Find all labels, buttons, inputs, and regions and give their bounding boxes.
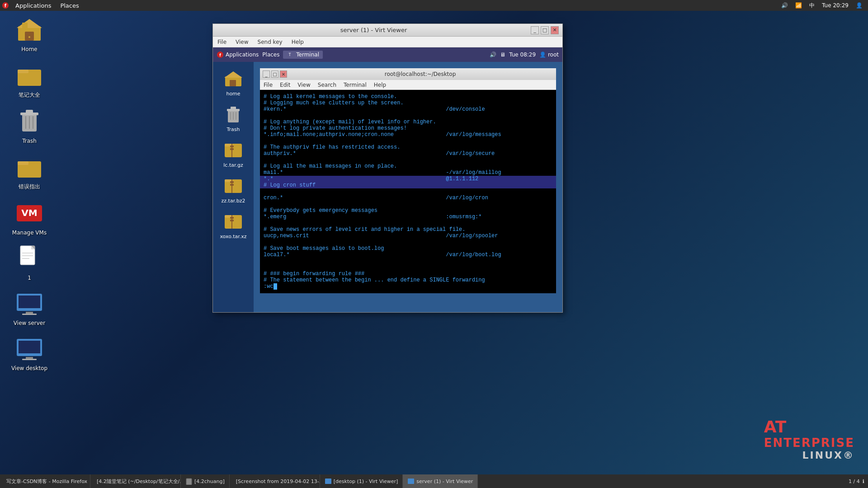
clock: Tue 20:29 [820, 2, 850, 9]
terminal-body[interactable]: # Log all kernel messages to the console… [260, 90, 556, 293]
taskbar-screenshot[interactable]: [Screenshot from 2019-04-02 13-... [230, 474, 320, 488]
toolbar-time: Tue 08:29 [509, 52, 536, 58]
terminal-title: root@localhost:~/Desktop [287, 71, 553, 77]
virt-menu-view[interactable]: View [231, 37, 253, 47]
svg-point-5 [28, 36, 30, 38]
virt-menu-sendkey[interactable]: Send key [253, 37, 287, 47]
desktop-icon-area: Home 笔记大全 [9, 14, 50, 373]
terminal-menu-help[interactable]: Help [370, 80, 390, 90]
desktop-icon-notes[interactable]: 笔记大全 [9, 59, 50, 101]
virt-viewer-toolbar: f Applications Places T Terminal 🔊 🖥 Tue… [213, 47, 562, 62]
network-icon-inner: 🖥 [500, 52, 505, 58]
svg-rect-59 [230, 217, 234, 219]
svg-text:f: f [219, 53, 221, 57]
virt-viewer-content: home Trash [213, 62, 562, 312]
sidebar-lc-tar-gz-label: lc.tar.gz [223, 162, 243, 168]
network-icon: 📶 [793, 2, 804, 9]
desktop-icon-view-desktop[interactable]: View desktop [9, 333, 50, 373]
svg-text:f: f [5, 3, 7, 8]
desktop-icon-view-server[interactable]: View server [9, 287, 50, 328]
svg-rect-27 [26, 312, 33, 314]
places-menu[interactable]: Places [56, 0, 83, 11]
terminal-maximize[interactable]: □ [271, 70, 278, 78]
desktop-icon-errors[interactable]: 错误指出 [9, 150, 50, 192]
terminal-menu-terminal[interactable]: Terminal [340, 80, 370, 90]
sidebar-icon-lc-tar-gz[interactable]: lc.tar.gz [215, 138, 251, 170]
volume-icon-inner: 🔊 [490, 52, 496, 58]
fedora-icon: f [217, 51, 224, 58]
virt-viewer-title: server (1) - Virt Viewer [217, 27, 531, 33]
toolbar-applications[interactable]: Applications [226, 52, 259, 58]
applications-menu[interactable]: Applications [11, 0, 56, 11]
svg-rect-39 [230, 80, 236, 86]
view-server-icon-label: View server [14, 320, 45, 326]
svg-rect-6 [22, 23, 28, 29]
terminal-menu-edit[interactable]: Edit [276, 80, 294, 90]
svg-rect-67 [408, 479, 414, 484]
svg-rect-64 [186, 479, 192, 485]
svg-rect-31 [26, 357, 33, 359]
terminal-menu-file[interactable]: File [260, 80, 276, 90]
toolbar-right-area: 🔊 🖥 Tue 08:29 👤 root [490, 52, 559, 58]
desktop-icon-manage-vms[interactable]: VM Manage VMs [9, 197, 50, 238]
svg-marker-3 [17, 19, 42, 28]
taskbar-page: 1 / 4 [849, 479, 860, 484]
svg-rect-60 [230, 220, 234, 221]
svg-text:VM: VM [21, 207, 37, 218]
terminal-menu-view[interactable]: View [294, 80, 314, 90]
desktop-icon-trash[interactable]: Trash [9, 105, 50, 146]
virt-viewer-titlebar: server (1) - Virt Viewer _ □ ✕ [213, 24, 562, 37]
terminal-close[interactable]: ✕ [280, 70, 287, 78]
close-button[interactable]: ✕ [551, 26, 559, 34]
errors-icon-label: 错误指出 [19, 183, 40, 191]
virt-menu-help[interactable]: Help [287, 37, 308, 47]
svg-rect-66 [325, 479, 331, 484]
ime-indicator: 中 [807, 2, 816, 9]
enterprise-logo: AT ENTERPRISE LINUX® [764, 418, 854, 461]
minimize-button[interactable]: _ [531, 26, 539, 34]
terminal-menu-search[interactable]: Search [314, 80, 340, 90]
taskbar-right: 1 / 4 ℹ [849, 479, 868, 484]
manage-vms-icon-label: Manage VMs [12, 230, 47, 236]
file1-icon-label: 1 [28, 275, 31, 281]
terminal-menubar: File Edit View Search Terminal Help [260, 80, 556, 90]
volume-icon: 🔊 [779, 2, 790, 9]
sidebar-trash-label: Trash [226, 127, 240, 132]
sidebar-xoxo-tar-xz-label: xoxo.tar.xz [220, 234, 246, 239]
notes-icon-2 [185, 478, 193, 485]
sidebar-icon-xoxo-tar-xz[interactable]: xoxo.tar.xz [215, 209, 251, 241]
taskbar-virt-desktop[interactable]: [desktop (1) - Virt Viewer] [320, 474, 403, 488]
taskbar-virt-server[interactable]: server (1) - Virt Viewer [403, 474, 478, 488]
virt-icon-1 [325, 478, 332, 485]
sidebar-icon-zz-tar-bz2[interactable]: zz.tar.bz2 [215, 174, 251, 206]
svg-marker-38 [224, 71, 242, 78]
terminal-titlebar: _ □ ✕ root@localhost:~/Desktop [260, 68, 556, 80]
enterprise-text: ENTERPRISE [764, 436, 854, 450]
taskbar-virt-server-label: server (1) - Virt Viewer [416, 479, 473, 484]
view-desktop-icon-label: View desktop [11, 365, 47, 371]
svg-rect-30 [19, 341, 40, 353]
taskbar-firefox[interactable]: 写文章-CSDN博客 - Mozilla Firefox [0, 474, 90, 488]
os-icon: f [0, 0, 11, 11]
sidebar-icon-home[interactable]: home [215, 66, 251, 99]
svg-rect-16 [18, 161, 28, 165]
svg-rect-54 [230, 181, 234, 183]
taskbar-screenshot-label: [Screenshot from 2019-04-02 13-... [236, 479, 320, 484]
virt-menu-file[interactable]: File [213, 37, 231, 47]
svg-rect-50 [230, 148, 234, 150]
svg-rect-55 [230, 184, 234, 186]
virt-viewer-menubar: File View Send key Help [213, 37, 562, 47]
maximize-button[interactable]: □ [541, 26, 549, 34]
taskbar-firefox-label: 写文章-CSDN博客 - Mozilla Firefox [6, 478, 87, 485]
toolbar-places[interactable]: Places [262, 52, 279, 58]
terminal-minimize[interactable]: _ [263, 70, 270, 78]
notes-icon-label: 笔记大全 [19, 91, 40, 99]
desktop-icon-file1[interactable]: 1 [9, 242, 50, 283]
sidebar-icon-trash[interactable]: Trash [215, 102, 251, 134]
taskbar-notes2[interactable]: [4.2chuang] [181, 474, 230, 488]
desktop-icon-home[interactable]: Home [9, 14, 50, 54]
taskbar-notes1[interactable]: [4.2隨堂笔记 (~/Desktop/笔记大全/... [90, 474, 181, 488]
vm-sidebar: home Trash [213, 62, 254, 312]
toolbar-terminal[interactable]: T Terminal [283, 51, 323, 59]
svg-rect-49 [230, 145, 234, 147]
